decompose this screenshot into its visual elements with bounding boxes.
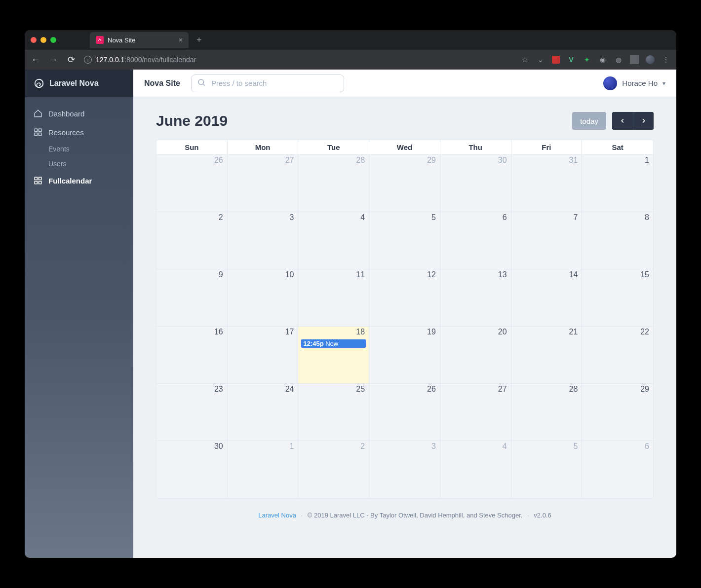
reload-button[interactable]: ⟳ — [66, 54, 76, 65]
browser-tab[interactable]: Nova Site × — [90, 32, 189, 48]
sidebar-item-fullcalendar[interactable]: Fullcalendar — [25, 171, 133, 190]
calendar-cell[interactable]: 22 — [582, 327, 653, 384]
day-number: 6 — [645, 442, 649, 451]
calendar-cell[interactable]: 1812:45p Now — [298, 327, 369, 384]
calendar-cell[interactable]: 6 — [582, 441, 653, 498]
svg-rect-2 — [35, 129, 37, 131]
profile-avatar-icon[interactable] — [646, 55, 655, 64]
calendar-cell[interactable]: 5 — [369, 212, 440, 269]
calendar-cell[interactable]: 29 — [582, 384, 653, 441]
user-name: Horace Ho — [622, 79, 658, 87]
calendar-cell[interactable]: 2 — [298, 441, 369, 498]
day-number: 2 — [360, 442, 365, 451]
day-number: 30 — [498, 156, 507, 165]
calendar-cell[interactable]: 16 — [156, 327, 228, 384]
today-button[interactable]: today — [572, 112, 606, 130]
content: June 2019 today S — [133, 97, 676, 558]
day-number: 27 — [285, 156, 294, 165]
calendar-cell[interactable]: 17 — [228, 327, 299, 384]
calendar-cell[interactable]: 11 — [298, 269, 369, 327]
calendar-cell[interactable]: 13 — [440, 269, 511, 327]
calendar-cell[interactable]: 15 — [582, 269, 653, 327]
day-number: 31 — [569, 156, 578, 165]
calendar-cell[interactable]: 1 — [582, 155, 653, 212]
pocket-icon[interactable]: ⌄ — [536, 55, 545, 64]
calendar-cell[interactable]: 4 — [298, 212, 369, 269]
calendar-event[interactable]: 12:45p Now — [301, 339, 366, 348]
calendar-cell[interactable]: 28 — [298, 155, 369, 212]
calendar-cell[interactable]: 20 — [440, 327, 511, 384]
url-display[interactable]: i 127.0.0.1:8000/nova/fullcalendar — [84, 56, 512, 64]
day-header: Fri — [511, 140, 583, 155]
calendar-cell[interactable]: 27 — [440, 384, 511, 441]
calendar-cell[interactable]: 26 — [156, 155, 228, 212]
calendar-cell[interactable]: 6 — [440, 212, 511, 269]
calendar-cell[interactable]: 12 — [369, 269, 440, 327]
calendar-day-headers: SunMonTueWedThuFriSat — [156, 140, 653, 155]
day-number: 19 — [427, 328, 436, 336]
forward-button[interactable]: → — [48, 55, 58, 65]
sidebar-subitem-users[interactable]: Users — [48, 156, 133, 171]
close-tab-button[interactable]: × — [179, 36, 183, 44]
home-icon — [34, 109, 42, 118]
ext-icon-3[interactable]: ◍ — [614, 55, 623, 64]
prev-button[interactable] — [612, 112, 633, 130]
user-menu[interactable]: Horace Ho ▾ — [603, 76, 665, 90]
window-controls — [31, 37, 56, 43]
next-button[interactable] — [633, 112, 654, 130]
calendar-cell[interactable]: 2 — [156, 212, 228, 269]
calendar-cell[interactable]: 31 — [511, 155, 583, 212]
star-icon[interactable]: ☆ — [520, 55, 529, 64]
calendar-cell[interactable]: 9 — [156, 269, 228, 327]
calendar-cell[interactable]: 25 — [298, 384, 369, 441]
calendar-title: June 2019 — [156, 112, 228, 129]
calendar-cell[interactable]: 30 — [440, 155, 511, 212]
calendar-cell[interactable]: 8 — [582, 212, 653, 269]
back-button[interactable]: ← — [31, 55, 40, 65]
sidebar-sub-nav: Events Users — [25, 142, 133, 171]
calendar-cell[interactable]: 7 — [511, 212, 583, 269]
search-icon — [197, 78, 206, 89]
sidebar-nav: Dashboard Resources Events Users Ful — [25, 97, 133, 197]
evernote-icon[interactable]: ✦ — [583, 55, 591, 64]
maximize-window-button[interactable] — [50, 37, 56, 43]
search-input[interactable] — [191, 74, 344, 92]
calendar-cell[interactable]: 26 — [369, 384, 440, 441]
calendar-cell[interactable]: 14 — [511, 269, 583, 327]
day-number: 20 — [498, 328, 507, 336]
calendar-cell[interactable]: 30 — [156, 441, 228, 498]
minimize-window-button[interactable] — [40, 37, 46, 43]
ext-icon-1[interactable] — [552, 56, 560, 64]
day-number: 29 — [427, 156, 436, 165]
day-number: 3 — [290, 213, 294, 222]
calendar-cell[interactable]: 3 — [228, 212, 299, 269]
day-header: Sun — [156, 140, 228, 155]
brand[interactable]: Laravel Nova — [25, 70, 133, 97]
calendar-cell[interactable]: 23 — [156, 384, 228, 441]
day-number: 30 — [214, 442, 223, 451]
calendar-cell[interactable]: 29 — [369, 155, 440, 212]
day-header: Wed — [369, 140, 440, 155]
calendar-cell[interactable]: 24 — [228, 384, 299, 441]
calendar-cell[interactable]: 3 — [369, 441, 440, 498]
svg-rect-6 — [35, 177, 37, 180]
calendar-cell[interactable]: 4 — [440, 441, 511, 498]
close-window-button[interactable] — [31, 37, 37, 43]
calendar-cell[interactable]: 27 — [228, 155, 299, 212]
calendar-cell[interactable]: 19 — [369, 327, 440, 384]
site-info-icon[interactable]: i — [84, 56, 92, 64]
calendar-cell[interactable]: 28 — [511, 384, 583, 441]
calendar-cell[interactable]: 21 — [511, 327, 583, 384]
sidebar-item-dashboard[interactable]: Dashboard — [25, 104, 133, 123]
sidebar-item-label: Dashboard — [48, 110, 84, 118]
sidebar-item-resources[interactable]: Resources — [25, 123, 133, 142]
new-tab-button[interactable]: + — [193, 35, 206, 45]
ext-icon-2[interactable]: ◉ — [598, 55, 607, 64]
calendar-cell[interactable]: 10 — [228, 269, 299, 327]
browser-menu-button[interactable]: ⋮ — [662, 55, 670, 64]
footer-link[interactable]: Laravel Nova — [258, 512, 296, 519]
vue-devtools-icon[interactable]: V — [567, 55, 576, 64]
sidebar-subitem-events[interactable]: Events — [48, 142, 133, 156]
calendar-cell[interactable]: 1 — [228, 441, 299, 498]
calendar-cell[interactable]: 5 — [511, 441, 583, 498]
